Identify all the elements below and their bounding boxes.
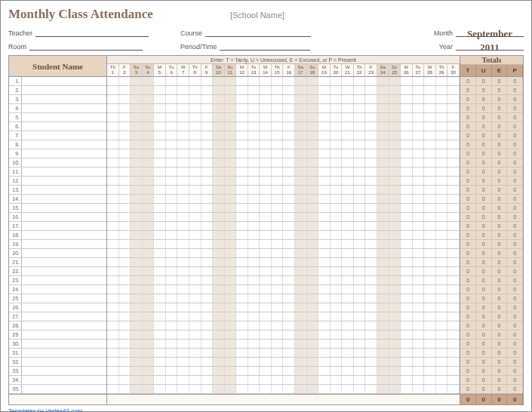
attendance-cell[interactable] (272, 177, 284, 185)
attendance-cell[interactable] (131, 77, 143, 85)
attendance-cell[interactable] (248, 240, 260, 248)
attendance-cell[interactable] (424, 376, 436, 384)
attendance-cell[interactable] (365, 285, 377, 294)
attendance-cell[interactable] (107, 186, 119, 194)
attendance-cell[interactable] (389, 77, 401, 85)
attendance-cell[interactable] (131, 113, 143, 121)
attendance-cell[interactable] (189, 158, 201, 167)
attendance-cell[interactable] (236, 276, 248, 284)
attendance-cell[interactable] (283, 77, 295, 85)
attendance-cell[interactable] (213, 186, 225, 194)
attendance-cell[interactable] (107, 303, 119, 312)
attendance-cell[interactable] (201, 168, 214, 176)
attendance-cell[interactable] (377, 276, 389, 284)
attendance-cell[interactable] (389, 249, 401, 257)
attendance-cell[interactable] (307, 331, 319, 339)
attendance-cell[interactable] (248, 321, 260, 330)
attendance-cell[interactable] (166, 358, 178, 366)
attendance-cell[interactable] (213, 294, 225, 303)
attendance-cell[interactable] (318, 240, 331, 248)
attendance-cell[interactable] (331, 231, 343, 239)
attendance-cell[interactable] (272, 77, 284, 85)
attendance-cell[interactable] (272, 285, 284, 294)
attendance-cell[interactable] (331, 303, 343, 312)
attendance-cell[interactable] (436, 367, 448, 375)
attendance-cell[interactable] (236, 131, 248, 140)
attendance-cell[interactable] (424, 231, 436, 239)
attendance-cell[interactable] (119, 358, 131, 366)
attendance-cell[interactable] (318, 231, 331, 239)
attendance-cell[interactable] (401, 204, 413, 212)
attendance-cell[interactable] (119, 258, 131, 266)
attendance-cell[interactable] (119, 113, 131, 121)
attendance-cell[interactable] (154, 267, 166, 275)
attendance-cell[interactable] (295, 95, 307, 103)
attendance-cell[interactable] (436, 177, 448, 185)
attendance-cell[interactable] (260, 331, 272, 339)
attendance-cell[interactable] (295, 258, 307, 266)
attendance-cell[interactable] (107, 385, 119, 393)
attendance-cell[interactable] (236, 376, 248, 384)
attendance-cell[interactable] (119, 104, 131, 112)
attendance-cell[interactable] (177, 367, 189, 375)
attendance-cell[interactable] (436, 240, 448, 248)
attendance-cell[interactable] (354, 131, 366, 140)
attendance-cell[interactable] (342, 385, 354, 393)
attendance-cell[interactable] (307, 158, 319, 167)
attendance-cell[interactable] (424, 140, 436, 149)
attendance-cell[interactable] (260, 168, 272, 176)
attendance-cell[interactable] (236, 168, 248, 176)
student-name-cell[interactable] (21, 213, 106, 221)
attendance-cell[interactable] (236, 249, 248, 257)
attendance-cell[interactable] (177, 213, 189, 221)
attendance-cell[interactable] (354, 86, 366, 94)
attendance-cell[interactable] (166, 294, 178, 303)
attendance-cell[interactable] (143, 349, 155, 357)
attendance-cell[interactable] (354, 195, 366, 203)
attendance-cell[interactable] (342, 222, 354, 230)
attendance-cell[interactable] (154, 158, 166, 167)
attendance-cell[interactable] (295, 231, 307, 239)
attendance-cell[interactable] (424, 321, 436, 330)
attendance-cell[interactable] (318, 385, 331, 393)
attendance-cell[interactable] (354, 294, 366, 303)
attendance-cell[interactable] (213, 321, 225, 330)
attendance-cell[interactable] (154, 349, 166, 357)
attendance-cell[interactable] (307, 195, 319, 203)
attendance-cell[interactable] (248, 186, 260, 194)
attendance-cell[interactable] (201, 158, 214, 167)
attendance-cell[interactable] (248, 158, 260, 167)
attendance-cell[interactable] (377, 349, 389, 357)
attendance-cell[interactable] (295, 195, 307, 203)
attendance-cell[interactable] (307, 294, 319, 303)
attendance-cell[interactable] (189, 131, 201, 140)
attendance-cell[interactable] (201, 113, 214, 121)
attendance-cell[interactable] (331, 213, 343, 221)
attendance-cell[interactable] (389, 86, 401, 94)
attendance-cell[interactable] (447, 349, 460, 357)
attendance-cell[interactable] (365, 303, 377, 312)
attendance-cell[interactable] (143, 331, 155, 339)
attendance-cell[interactable] (318, 95, 331, 103)
attendance-cell[interactable] (131, 331, 143, 339)
attendance-cell[interactable] (331, 258, 343, 266)
attendance-cell[interactable] (413, 195, 425, 203)
attendance-cell[interactable] (401, 86, 413, 94)
attendance-cell[interactable] (424, 331, 436, 339)
attendance-cell[interactable] (354, 340, 366, 348)
attendance-cell[interactable] (307, 122, 319, 131)
attendance-cell[interactable] (283, 195, 295, 203)
attendance-cell[interactable] (189, 249, 201, 257)
attendance-cell[interactable] (447, 258, 460, 266)
attendance-cell[interactable] (131, 158, 143, 167)
attendance-cell[interactable] (189, 122, 201, 131)
attendance-cell[interactable] (318, 104, 331, 112)
attendance-cell[interactable] (131, 367, 143, 375)
attendance-cell[interactable] (213, 285, 225, 294)
attendance-cell[interactable] (213, 104, 225, 112)
attendance-cell[interactable] (189, 349, 201, 357)
attendance-cell[interactable] (177, 331, 189, 339)
attendance-cell[interactable] (307, 113, 319, 121)
attendance-cell[interactable] (365, 294, 377, 303)
attendance-cell[interactable] (331, 149, 343, 158)
